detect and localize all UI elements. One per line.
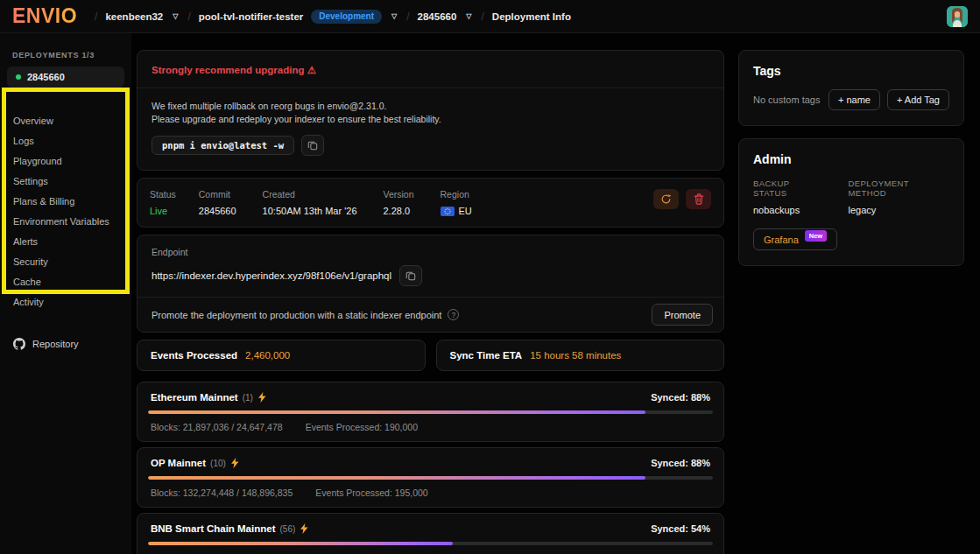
commit-value: 2845660 xyxy=(199,206,236,216)
tags-row: No custom tags + name + Add Tag xyxy=(753,89,949,110)
breadcrumb-separator: / xyxy=(95,11,97,23)
chevron-down-icon[interactable]: ▽ xyxy=(464,12,473,20)
commit-field: Commit 2845660 xyxy=(199,189,236,216)
upgrade-command-row: pnpm i envio@latest -w xyxy=(137,126,723,156)
sync-eta-label: Sync Time ETA xyxy=(450,350,523,361)
restart-deployment-button[interactable] xyxy=(653,189,679,209)
upgrade-warning-card: Strongly recommend upgrading ⚠ We fixed … xyxy=(137,50,724,171)
promote-button[interactable]: Promote xyxy=(652,304,713,326)
warning-line-1: We fixed multiple rollback on reorg bugs… xyxy=(152,100,709,113)
chain-name: BNB Smart Chain Mainnet xyxy=(151,523,276,534)
sync-progress-track xyxy=(148,410,713,414)
chain-header: BNB Smart Chain Mainnet (56) Synced: 54% xyxy=(148,523,713,534)
lightning-icon xyxy=(230,458,239,468)
eu-flag-icon xyxy=(441,207,455,216)
created-label: Created xyxy=(263,189,357,200)
sidebar-item-playground[interactable]: Playground xyxy=(7,151,124,171)
backup-status-label: BACKUP STATUS xyxy=(753,179,826,198)
deployment-selector-label: 2845660 xyxy=(27,72,65,82)
sidebar-item-logs[interactable]: Logs xyxy=(7,130,124,151)
deployment-method-label: DEPLOYMENT METHOD xyxy=(849,179,949,198)
events-count: Events Processed: 190,000 xyxy=(306,422,418,432)
events-processed-value: 2,460,000 xyxy=(245,350,290,361)
sidebar-item-plans-billing[interactable]: Plans & Billing xyxy=(7,191,124,211)
blocks-count: Blocks: 132,274,448 / 148,896,835 xyxy=(151,487,293,498)
help-icon[interactable]: ? xyxy=(448,309,459,320)
envio-logo[interactable]: ENVIO xyxy=(12,4,77,28)
sync-eta-value: 15 hours 58 minutes xyxy=(530,350,621,361)
copy-endpoint-button[interactable] xyxy=(399,265,422,286)
endpoint-card: Endpoint https://indexer.dev.hyperindex.… xyxy=(137,235,724,333)
chain-id: (56) xyxy=(280,524,296,534)
breadcrumb: / keenbeen32 ▽ / pool-tvl-notifier-teste… xyxy=(95,10,571,24)
endpoint-row: https://indexer.dev.hyperindex.xyz/98f10… xyxy=(152,265,709,286)
backup-status-value: nobackups xyxy=(753,205,826,215)
breadcrumb-org[interactable]: keenbeen32 xyxy=(105,11,163,22)
sidebar: DEPLOYMENTS 1/3 2845660 Overview Logs Pl… xyxy=(0,33,131,554)
lightning-icon xyxy=(257,392,266,403)
sidebar-item-settings[interactable]: Settings xyxy=(7,171,124,191)
sidebar-item-cache[interactable]: Cache xyxy=(7,271,124,291)
github-icon xyxy=(13,338,25,350)
created-value: 10:50AM 13th Mar '26 xyxy=(263,206,357,216)
sync-progress-track xyxy=(148,542,713,545)
sidebar-item-overview[interactable]: Overview xyxy=(7,110,124,130)
version-field: Version 2.28.0 xyxy=(384,189,414,216)
deployment-actions xyxy=(653,189,711,209)
sidebar-item-alerts[interactable]: Alerts xyxy=(7,231,124,251)
sync-progress-fill xyxy=(148,476,645,480)
deployment-selector[interactable]: 2845660 xyxy=(7,67,124,88)
breadcrumb-project[interactable]: pool-tvl-notifier-tester xyxy=(199,11,303,22)
created-field: Created 10:50AM 13th Mar '26 xyxy=(263,189,357,216)
status-value: Live xyxy=(150,206,176,216)
main-content: Strongly recommend upgrading ⚠ We fixed … xyxy=(137,50,724,554)
copy-icon xyxy=(405,270,416,281)
sync-progress-fill xyxy=(148,410,645,414)
live-status-dot xyxy=(16,74,21,80)
breadcrumb-separator: / xyxy=(187,11,190,23)
region-value: EU xyxy=(459,206,472,216)
delete-deployment-button[interactable] xyxy=(686,189,711,209)
add-tag-button[interactable]: + Add Tag xyxy=(887,89,949,110)
warning-line-2: Please upgrade and redeploy your indexer… xyxy=(152,113,709,126)
user-avatar[interactable] xyxy=(947,6,968,27)
stats-row: Events Processed 2,460,000 Sync Time ETA… xyxy=(137,340,724,371)
chain-header: OP Mainnet (10) Synced: 88% xyxy=(148,458,713,468)
breadcrumb-deployment[interactable]: 2845660 xyxy=(418,11,457,22)
chain-footer: Blocks: 132,274,448 / 148,896,835 Events… xyxy=(148,487,713,498)
version-label: Version xyxy=(384,189,414,200)
chain-id: (1) xyxy=(243,393,253,403)
synced-percent: Synced: 88% xyxy=(651,392,710,403)
synced-percent: Synced: 54% xyxy=(651,523,710,534)
admin-fields: BACKUP STATUS nobackups DEPLOYMENT METHO… xyxy=(753,179,949,215)
tag-name-button[interactable]: + name xyxy=(828,89,880,110)
copy-command-button[interactable] xyxy=(301,135,324,156)
chevron-down-icon[interactable]: ▽ xyxy=(171,12,180,20)
chain-footer: Blocks: 21,897,036 / 24,647,478 Events P… xyxy=(148,422,713,432)
endpoint-section: Endpoint https://indexer.dev.hyperindex.… xyxy=(137,235,723,297)
deployment-status-card: Status Live Commit 2845660 Created 10:50… xyxy=(137,178,724,228)
events-count: Events Processed: 195,000 xyxy=(315,487,427,498)
region-value-row: EU xyxy=(441,206,472,216)
chain-sync-card-ethereum: Ethereum Mainnet (1) Synced: 88% Blocks:… xyxy=(137,382,724,442)
chevron-down-icon[interactable]: ▽ xyxy=(390,12,398,20)
sync-eta-card: Sync Time ETA 15 hours 58 minutes xyxy=(436,340,725,371)
sidebar-item-activity[interactable]: Activity xyxy=(7,291,124,312)
chain-name: OP Mainnet xyxy=(151,458,206,468)
sidebar-item-repository[interactable]: Repository xyxy=(13,338,118,350)
sidebar-item-environment-variables[interactable]: Environment Variables xyxy=(7,211,124,231)
chain-sync-card-bnb: BNB Smart Chain Mainnet (56) Synced: 54%… xyxy=(137,513,724,554)
endpoint-url[interactable]: https://indexer.dev.hyperindex.xyz/98f10… xyxy=(152,270,391,281)
chain-header: Ethereum Mainnet (1) Synced: 88% xyxy=(148,392,713,403)
deployments-count-label: DEPLOYMENTS 1/3 xyxy=(12,51,119,60)
upgrade-command[interactable]: pnpm i envio@latest -w xyxy=(152,136,294,155)
deployment-method-value: legacy xyxy=(849,205,949,215)
tags-title: Tags xyxy=(753,64,949,78)
blocks-count: Blocks: 21,897,036 / 24,647,478 xyxy=(151,422,283,432)
sidebar-item-security[interactable]: Security xyxy=(7,251,124,271)
grafana-button[interactable]: Grafana New xyxy=(753,228,837,250)
events-processed-card: Events Processed 2,460,000 xyxy=(137,340,426,371)
breadcrumb-page: Deployment Info xyxy=(492,11,571,22)
right-panel: Tags No custom tags + name + Add Tag Adm… xyxy=(738,50,964,266)
events-processed-label: Events Processed xyxy=(151,350,237,361)
